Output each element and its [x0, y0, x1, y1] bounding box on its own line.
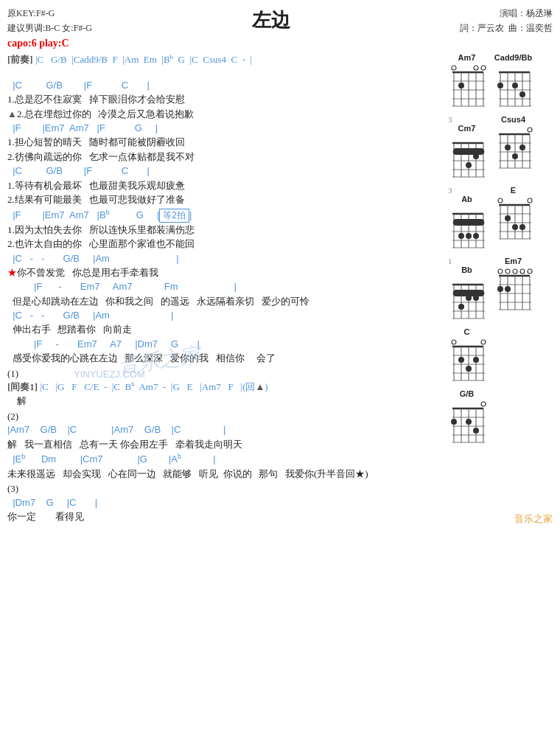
svg-point-10 [458, 83, 464, 88]
svg-point-125 [452, 340, 456, 344]
chord-cm7-name: Cm7 [458, 124, 476, 133]
prelude-label: [前奏] [7, 54, 33, 65]
lyric-line-8: 感受你爱我的心跳在左边 那么深深 爱你的我 相信你 会了 [7, 351, 442, 366]
chord-e-svg [493, 196, 533, 240]
chord-am7-svg [447, 63, 487, 108]
chord-cadd9bb-svg [493, 63, 533, 108]
svg-point-24 [512, 83, 518, 88]
lyric-line-4b: 2.也许太自由的你 心里面那个家谁也不能回 [7, 237, 442, 251]
svg-point-126 [458, 357, 464, 363]
chord-cm7-svg [447, 134, 487, 178]
svg-point-66 [466, 233, 472, 239]
svg-point-78 [505, 215, 511, 221]
lyric-line-1a: 1.总是忍不住寂寞 掉下眼泪你才会给安慰 [7, 92, 442, 107]
chord-e: E [493, 186, 533, 240]
chord-em7: Em7 [493, 257, 533, 311]
svg-point-110 [520, 269, 525, 274]
svg-point-128 [473, 357, 479, 363]
svg-point-13 [474, 66, 478, 70]
svg-point-79 [512, 224, 518, 230]
svg-point-81 [528, 198, 532, 203]
lyric-line-2b: 2.彷佛向疏远的你 乞求一点体贴都是我不对 [7, 150, 442, 164]
svg-point-53 [528, 128, 532, 132]
verse2-block1: |Am7 G/B |C |Am7 G/B |C | 解 我一直相信 总有一天 你… [7, 423, 442, 451]
svg-point-26 [497, 83, 503, 88]
svg-point-65 [458, 233, 464, 239]
svg-point-50 [505, 145, 511, 150]
interlude1-chords: [间奏1] |C |G F C/E - |C Bb Am7 - |G E |Am… [7, 380, 442, 394]
suggested-key: 建议男调:B-C 女:F#-G [7, 21, 92, 35]
verse1-block4: |F |Em7 Am7 |Bb G |等2拍| 1.因为太怕失去你 所以连快乐里… [7, 208, 442, 251]
svg-point-25 [519, 91, 525, 97]
performer: 演唱：杨丞琳 [449, 6, 553, 21]
chord-group-1: Am7 [447, 53, 553, 108]
svg-point-124 [481, 340, 486, 344]
svg-point-111 [528, 269, 532, 274]
svg-point-139 [451, 419, 457, 425]
chord-ab-svg [447, 205, 487, 249]
chord-em7-svg [493, 267, 533, 311]
chord-line-4: |F |Em7 Am7 |Bb G |等2拍| [7, 208, 442, 223]
svg-point-80 [519, 224, 525, 230]
chord-am7: Am7 [447, 53, 487, 108]
chord-line-3: |C G/B |F C | [7, 164, 442, 178]
svg-point-141 [473, 428, 479, 434]
svg-point-52 [519, 145, 525, 150]
chorus-block1: |F - Em7 Am7 Fm | 但是心却跳动在左边 你和我之间 的遥远 永远… [7, 280, 442, 308]
chord-bb-svg [447, 276, 487, 320]
chord-cadd9bb-name: Cadd9/Bb [494, 53, 532, 62]
chord-line-11: |Dm7 G |C | [7, 496, 442, 509]
lyric-line-5: ★你不曾发觉 你总是用右手牵着我 [7, 265, 442, 280]
chord-c: C [447, 327, 487, 382]
svg-point-11 [481, 66, 486, 70]
lyric-line-7: 伸出右手 想踏着你 向前走 [7, 322, 442, 337]
header: 原KEY:F#-G 建议男调:B-C 女:F#-G 左边 演唱：杨丞琳 詞：严云… [7, 6, 553, 36]
svg-point-51 [512, 153, 518, 159]
chorus-intro: |C - - G/B |Am | ★你不曾发觉 你总是用右手牵着我 [7, 252, 442, 280]
lyric-line-9: 解 我一直相信 总有一天 你会用左手 牵着我走向明天 [7, 437, 442, 452]
chord-diagrams: Am7 [442, 53, 553, 524]
verse1-block3: |C G/B |F C | 1.等待有机会最坏 也最甜美我乐观却疲惫 2.结果有… [7, 164, 442, 206]
lyricist-composer: 詞：严云农 曲：温奕哲 [449, 21, 553, 35]
chord-c-name: C [464, 327, 470, 336]
svg-point-95 [466, 295, 472, 301]
lyric-line-6: 但是心却跳动在左边 你和我之间 的遥远 永远隔着亲切 爱少的可怜 [7, 294, 442, 309]
chord-ab-name: Ab [461, 195, 472, 203]
lyric-line-3b: 2.结果有可能最美 也最可悲我做好了准备 [7, 192, 442, 207]
chord-c-svg [447, 338, 487, 382]
chord-em7-name: Em7 [505, 257, 522, 265]
lyric-line-11: 你一定 看得见 [7, 509, 442, 524]
logo-bottom: 音乐之家 [514, 512, 553, 526]
chorus-block2: |C - - G/B |Am | 伸出右手 想踏着你 向前走 [7, 309, 442, 337]
svg-point-96 [473, 295, 479, 301]
chord-e-name: E [511, 186, 516, 195]
svg-point-127 [466, 366, 472, 372]
chord-group-3: 3 Ab [447, 186, 553, 249]
chord-csus4-name: Csus4 [501, 115, 525, 124]
chord-ab: 3 Ab [447, 186, 487, 249]
page: 原KEY:F#-G 建议男调:B-C 女:F#-G 左边 演唱：杨丞琳 詞：严云… [0, 0, 560, 532]
svg-rect-64 [453, 219, 484, 226]
svg-point-142 [481, 402, 486, 406]
chord-line-10: |Eb Dm |Cm7 |G |Ab | [7, 452, 442, 467]
svg-point-113 [497, 286, 503, 292]
lyric-line-2a: 1.担心短暂的晴天 随时都可能被阴霾收回 [7, 135, 442, 150]
lyric-line-10: 未来很遥远 却会实现 心在同一边 就能够 听见 你说的 那句 我爱你(升半音回★… [7, 467, 442, 481]
verse1-block1: |C G/B |F C | 1.总是忍不住寂寞 掉下眼泪你才会给安慰 ▲2.总在… [7, 79, 442, 121]
chord-line-5: |C - - G/B |Am | [7, 252, 442, 265]
chord-group-5: C [447, 327, 553, 382]
svg-point-94 [458, 304, 464, 310]
original-key: 原KEY:F#-G [7, 6, 92, 21]
chord-gb-svg [447, 400, 487, 444]
chord-csus4-svg [493, 125, 533, 170]
svg-point-140 [466, 419, 472, 425]
chord-cadd9bb: Cadd9/Bb [493, 53, 533, 108]
chord-am7-name: Am7 [458, 53, 476, 62]
chord-cm7: 3 Cm7 [447, 115, 487, 178]
header-left: 原KEY:F#-G 建议男调:B-C 女:F#-G [7, 6, 92, 36]
chord-group-4: 1 Bb [447, 257, 553, 320]
prelude-block: [前奏] |C G/B |Cadd9/B F |Am Em |Bb G |C C… [7, 53, 442, 66]
svg-point-108 [505, 269, 510, 274]
svg-point-82 [498, 198, 503, 203]
chord-line-9: |Am7 G/B |C |Am7 G/B |C | [7, 423, 442, 436]
